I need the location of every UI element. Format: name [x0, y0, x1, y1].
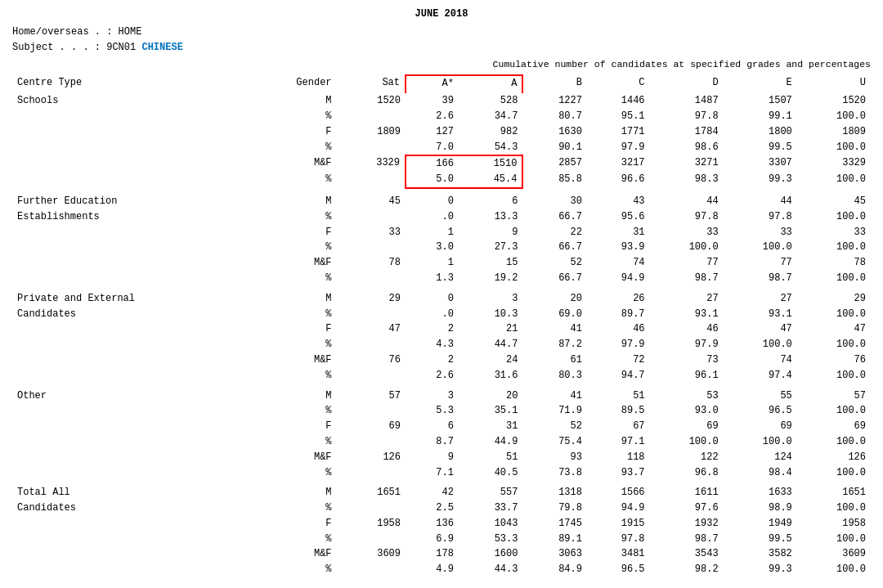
cell-a: 1600 [459, 546, 522, 562]
table-row: %8.744.975.497.1100.0100.0100.0 [12, 434, 871, 450]
cell-a: 10.3 [459, 307, 522, 322]
table-row: %5.335.171.989.593.096.5100.0 [12, 403, 871, 419]
cell-e: 98.7 [724, 271, 797, 286]
cell-a: 54.3 [459, 140, 522, 156]
cell-centre-type: Other [12, 388, 252, 404]
cell-c: 97.1 [587, 434, 650, 450]
cell-c: 94.9 [587, 500, 650, 516]
cell-gender: M [252, 93, 337, 109]
cell-sat: 126 [337, 450, 406, 465]
cell-centre-type [12, 240, 252, 255]
cell-centre-type [12, 450, 252, 465]
cell-b: 1318 [522, 485, 586, 500]
cell-sat: 33 [337, 225, 406, 240]
cell-centre-type [12, 321, 252, 337]
cell-gender: M&F [252, 450, 337, 465]
table-row: %7.054.390.197.998.699.5100.0 [12, 140, 871, 156]
cell-centre-type: Further Education [12, 194, 252, 209]
cell-sat: 45 [337, 194, 406, 209]
cell-d: 100.0 [650, 240, 724, 255]
cell-centre-type [12, 255, 252, 271]
cell-d: 98.3 [650, 172, 724, 188]
cell-a: 557 [459, 485, 522, 500]
table-row: Establishments%.013.366.795.697.897.8100… [12, 209, 871, 225]
cell-u: 100.0 [797, 140, 871, 156]
table-row: F472214146464747 [12, 321, 871, 337]
cell-u: 100.0 [797, 403, 871, 419]
cell-u: 69 [797, 419, 871, 434]
cell-u: 100.0 [797, 172, 871, 188]
cell-d: 96.8 [650, 465, 724, 481]
cell-b: 20 [522, 291, 586, 307]
cell-d: 98.7 [650, 271, 724, 286]
cell-a: 3 [459, 291, 522, 307]
cell-sat [337, 271, 406, 286]
cell-u: 100.0 [797, 337, 871, 352]
cell-centre-type [12, 155, 252, 172]
cell-b: 1630 [522, 124, 586, 140]
cell-astar: 39 [406, 93, 459, 109]
cell-a: 21 [459, 321, 522, 337]
cell-c: 74 [587, 255, 650, 271]
cell-gender: M [252, 388, 337, 404]
cell-d: 77 [650, 255, 724, 271]
cell-astar: 2.6 [406, 109, 459, 124]
cell-sat: 69 [337, 419, 406, 434]
cell-c: 31 [587, 225, 650, 240]
cell-u: 100.0 [797, 500, 871, 516]
cell-e: 99.3 [724, 562, 797, 577]
col-gender: Gender [252, 75, 337, 93]
cell-u: 100.0 [797, 109, 871, 124]
cell-e: 1949 [724, 516, 797, 532]
cell-b: 2857 [522, 155, 586, 172]
cell-sat [337, 562, 406, 577]
cell-centre-type [12, 352, 252, 368]
cell-e: 93.1 [724, 307, 797, 322]
cell-c: 96.6 [587, 172, 650, 188]
table-row: F33192231333333 [12, 225, 871, 240]
cell-sat: 47 [337, 321, 406, 337]
table-row: Candidates%2.533.779.894.997.698.9100.0 [12, 500, 871, 516]
cell-e: 77 [724, 255, 797, 271]
cell-d: 1784 [650, 124, 724, 140]
cell-e: 100.0 [724, 240, 797, 255]
cell-e: 98.4 [724, 465, 797, 481]
cell-c: 1771 [587, 124, 650, 140]
cell-astar: 2 [406, 321, 459, 337]
cell-c: 3217 [587, 155, 650, 172]
cell-e: 1800 [724, 124, 797, 140]
cell-gender: F [252, 419, 337, 434]
cell-gender: % [252, 172, 337, 188]
cell-d: 3271 [650, 155, 724, 172]
cell-centre-type [12, 124, 252, 140]
cell-e: 100.0 [724, 434, 797, 450]
cell-a: 19.2 [459, 271, 522, 286]
cell-c: 67 [587, 419, 650, 434]
cell-astar: 8.7 [406, 434, 459, 450]
cell-gender: % [252, 500, 337, 516]
cell-astar: 6 [406, 419, 459, 434]
cell-u: 126 [797, 450, 871, 465]
cell-gender: M&F [252, 352, 337, 368]
cell-a: 45.4 [459, 172, 522, 188]
cell-gender: % [252, 562, 337, 577]
cell-sat [337, 368, 406, 384]
table-row: F1958136104317451915193219491958 [12, 516, 871, 532]
cell-e: 3307 [724, 155, 797, 172]
cell-c: 96.5 [587, 562, 650, 577]
cell-e: 99.3 [724, 172, 797, 188]
cell-astar: 127 [406, 124, 459, 140]
cell-u: 100.0 [797, 434, 871, 450]
cell-c: 118 [587, 450, 650, 465]
table-row: %2.631.680.394.796.197.4100.0 [12, 368, 871, 384]
cell-sat: 1958 [337, 516, 406, 532]
cell-a: 1043 [459, 516, 522, 532]
cell-u: 100.0 [797, 368, 871, 384]
cell-sat: 57 [337, 388, 406, 404]
cell-e: 69 [724, 419, 797, 434]
cell-astar: .0 [406, 307, 459, 322]
col-u: U [797, 75, 871, 93]
table-row: OtherM573204151535557 [12, 388, 871, 404]
cell-c: 94.9 [587, 271, 650, 286]
caption: Cumulative number of candidates at speci… [12, 59, 871, 70]
